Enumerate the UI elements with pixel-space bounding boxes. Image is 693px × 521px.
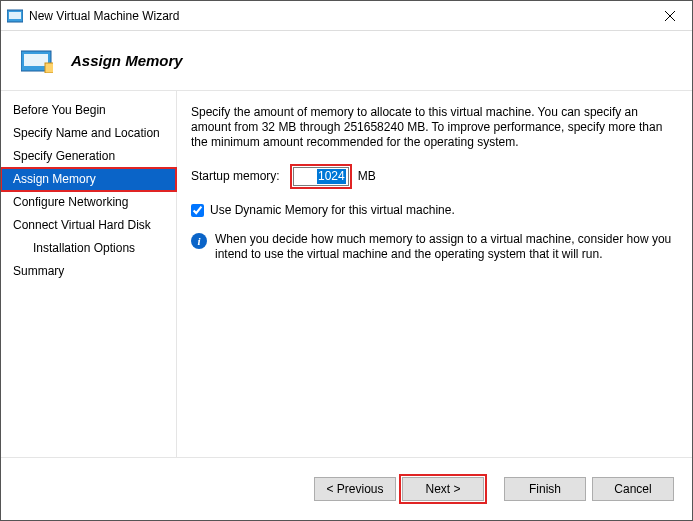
svg-rect-1 — [9, 12, 21, 19]
step-specify-name[interactable]: Specify Name and Location — [1, 122, 176, 145]
wizard-content: Specify the amount of memory to allocate… — [177, 91, 692, 457]
app-icon — [7, 8, 23, 24]
svg-rect-6 — [45, 63, 53, 73]
dynamic-memory-label: Use Dynamic Memory for this virtual mach… — [210, 203, 455, 218]
startup-memory-highlight: 1024 — [290, 164, 352, 189]
wizard-footer: < Previous Next > Finish Cancel — [1, 457, 692, 519]
info-text: When you decide how much memory to assig… — [215, 232, 672, 262]
wizard-header: Assign Memory — [1, 31, 692, 91]
close-button[interactable] — [647, 1, 692, 31]
svg-rect-5 — [24, 54, 48, 66]
step-installation-options[interactable]: Installation Options — [1, 237, 176, 260]
step-before-you-begin[interactable]: Before You Begin — [1, 99, 176, 122]
window-title: New Virtual Machine Wizard — [29, 9, 647, 23]
page-title: Assign Memory — [71, 52, 183, 69]
description-text: Specify the amount of memory to allocate… — [191, 105, 672, 150]
startup-memory-value: 1024 — [317, 169, 346, 184]
step-specify-generation[interactable]: Specify Generation — [1, 145, 176, 168]
next-button[interactable]: Next > — [402, 477, 484, 501]
step-configure-networking[interactable]: Configure Networking — [1, 191, 176, 214]
startup-memory-unit: MB — [358, 169, 376, 184]
info-icon: i — [191, 233, 207, 249]
wizard-steps-sidebar: Before You Begin Specify Name and Locati… — [1, 91, 177, 457]
cancel-button[interactable]: Cancel — [592, 477, 674, 501]
dynamic-memory-checkbox[interactable] — [191, 204, 204, 217]
step-assign-memory[interactable]: Assign Memory — [1, 168, 176, 191]
startup-memory-label: Startup memory: — [191, 169, 280, 184]
wizard-icon — [21, 49, 53, 73]
step-connect-vhd[interactable]: Connect Virtual Hard Disk — [1, 214, 176, 237]
titlebar: New Virtual Machine Wizard — [1, 1, 692, 31]
step-summary[interactable]: Summary — [1, 260, 176, 283]
finish-button[interactable]: Finish — [504, 477, 586, 501]
previous-button[interactable]: < Previous — [314, 477, 396, 501]
